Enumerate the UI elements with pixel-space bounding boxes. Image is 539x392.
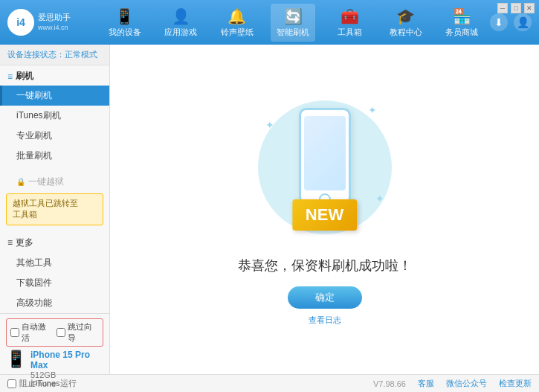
flash-section-icon: ≡: [7, 71, 13, 82]
new-ribbon: NEW: [292, 199, 357, 231]
one-key-flash-label: 一键刷机: [16, 90, 52, 100]
phone-body: [299, 108, 351, 205]
tab-ringtones[interactable]: 🔔 铃声壁纸: [215, 4, 259, 42]
device-phone-icon: 📱: [6, 350, 26, 369]
close-button[interactable]: ✕: [524, 3, 535, 13]
sidebar: 设备连接状态：正常模式 ≡ 刷机 一键刷机 iTunes刷机 专业刷机 批量刷机…: [0, 45, 110, 374]
sidebar-section-flash: ≡ 刷机: [0, 65, 109, 86]
status-label: 设备连接状态：: [7, 50, 65, 59]
auto-guide-option[interactable]: 跳过向导: [57, 321, 100, 344]
tab-smart-flash[interactable]: 🔄 智能刷机: [271, 4, 315, 42]
nav-tabs: 📱 我的设备 👤 应用游戏 🔔 铃声壁纸 🔄 智能刷机 🧰 工具箱 🎓: [97, 4, 490, 42]
tab-tutorial-label: 教程中心: [390, 27, 422, 38]
sidebar-item-pro-flash[interactable]: 专业刷机: [0, 126, 109, 146]
tab-my-device[interactable]: 📱 我的设备: [103, 4, 147, 42]
sidebar-item-batch-flash[interactable]: 批量刷机: [0, 146, 109, 166]
tab-smart-flash-label: 智能刷机: [277, 27, 309, 38]
device-name: iPhone 15 Pro Max: [30, 350, 103, 370]
itunes-block-checkbox[interactable]: [7, 379, 16, 388]
logo-icon: i4: [7, 9, 34, 36]
header-right: ⬇ 👤: [490, 13, 532, 31]
auto-guide-checkbox[interactable]: [57, 328, 65, 337]
tab-toolbox[interactable]: 🧰 工具箱: [327, 4, 372, 42]
tab-tutorial[interactable]: 🎓 教程中心: [384, 4, 428, 42]
view-log-link[interactable]: 查看日志: [309, 315, 341, 326]
pro-flash-label: 专业刷机: [16, 130, 52, 141]
window-controls: ─ □ ✕: [497, 3, 535, 13]
content-area: NEW ✦ ✦ ✦ 恭喜您，保资料刷机成功啦！ 确定 查看日志: [110, 45, 539, 374]
sidebar-item-jailbreak-disabled: 🔒 一键越狱: [0, 172, 109, 192]
footer-service-link[interactable]: 客服: [418, 378, 434, 389]
tab-apps-games[interactable]: 👤 应用游戏: [158, 4, 203, 42]
tab-service-label: 务员商城: [445, 27, 478, 38]
advanced-label: 高级功能: [16, 298, 52, 308]
tab-ringtones-label: 铃声壁纸: [221, 27, 254, 38]
sidebar-item-download-firmware[interactable]: 下载固件: [0, 273, 109, 293]
user-button[interactable]: 👤: [514, 13, 532, 31]
ringtone-icon: 🔔: [227, 7, 246, 25]
sparkle-2: ✦: [368, 104, 377, 116]
other-tools-label: 其他工具: [16, 257, 52, 268]
tutorial-icon: 🎓: [396, 7, 415, 25]
tab-apps-label: 应用游戏: [164, 27, 197, 38]
sparkle-1: ✦: [265, 119, 274, 131]
notice-text: 越狱工具已跳转至 工具箱: [13, 199, 78, 219]
jailbreak-label: 一键越狱: [28, 176, 64, 188]
header: i4 爱思助手 www.i4.cn 📱 我的设备 👤 应用游戏 🔔 铃声壁纸 🔄…: [0, 0, 539, 45]
auto-activate-label: 自动激活: [22, 321, 54, 344]
sidebar-item-other-tools[interactable]: 其他工具: [0, 253, 109, 273]
view-log-label: 查看日志: [309, 315, 341, 324]
new-label: NEW: [306, 205, 343, 224]
download-button[interactable]: ⬇: [490, 13, 508, 31]
sparkle-3: ✦: [375, 193, 384, 205]
device-icon: 📱: [115, 7, 134, 25]
phone-screen: [304, 116, 346, 190]
logo-area: i4 爱思助手 www.i4.cn: [7, 9, 97, 36]
sidebar-item-itunes-flash[interactable]: iTunes刷机: [0, 106, 109, 126]
footer-wechat-link[interactable]: 微信公众号: [446, 378, 487, 389]
main-layout: 设备连接状态：正常模式 ≡ 刷机 一键刷机 iTunes刷机 专业刷机 批量刷机…: [0, 45, 539, 374]
maximize-button[interactable]: □: [511, 3, 521, 13]
itunes-flash-label: iTunes刷机: [16, 110, 61, 121]
auto-activate-option[interactable]: 自动激活: [10, 321, 54, 344]
batch-flash-label: 批量刷机: [16, 150, 52, 161]
tab-my-device-label: 我的设备: [109, 27, 141, 38]
itunes-block-label: 阻止iTunes运行: [19, 378, 77, 389]
lock-icon: 🔒: [16, 178, 25, 186]
toolbox-icon: 🧰: [340, 7, 359, 25]
more-section-icon: ≡: [7, 237, 13, 248]
tab-toolbox-label: 工具箱: [338, 27, 362, 38]
sidebar-item-advanced[interactable]: 高级功能: [0, 293, 109, 313]
minimize-button[interactable]: ─: [497, 3, 508, 13]
status-value: 正常模式: [65, 50, 97, 59]
success-text: 恭喜您，保资料刷机成功啦！: [238, 257, 412, 274]
auto-options-box: 自动激活 跳过向导: [6, 318, 103, 347]
more-section-label: 更多: [16, 237, 33, 249]
version-label: V7.98.66: [373, 379, 406, 388]
apps-icon: 👤: [172, 7, 190, 25]
footer-update-link[interactable]: 检查更新: [499, 378, 532, 389]
download-firmware-label: 下载固件: [16, 277, 52, 288]
auto-activate-checkbox[interactable]: [10, 328, 19, 337]
flash-section-label: 刷机: [16, 70, 33, 83]
phone-illustration: NEW ✦ ✦ ✦: [251, 93, 399, 242]
logo-text: 爱思助手 www.i4.cn: [38, 12, 71, 33]
sidebar-notice: 越狱工具已跳转至 工具箱: [6, 193, 103, 225]
service-icon: 🏪: [453, 7, 471, 25]
sidebar-status: 设备连接状态：正常模式: [0, 45, 109, 65]
app-url: www.i4.cn: [38, 23, 71, 33]
sidebar-section-more: ≡ 更多: [0, 233, 109, 253]
confirm-button-label: 确定: [315, 292, 335, 303]
sidebar-item-one-key-flash[interactable]: 一键刷机: [0, 86, 109, 106]
confirm-button[interactable]: 确定: [288, 286, 362, 309]
footer-right: V7.98.66 客服 微信公众号 检查更新: [373, 378, 532, 389]
auto-guide-label: 跳过向导: [68, 321, 100, 344]
flash-icon: 🔄: [284, 7, 303, 25]
app-title: 爱思助手: [38, 12, 71, 23]
footer-left: 阻止iTunes运行: [7, 378, 77, 389]
tab-service[interactable]: 🏪 务员商城: [439, 4, 484, 42]
